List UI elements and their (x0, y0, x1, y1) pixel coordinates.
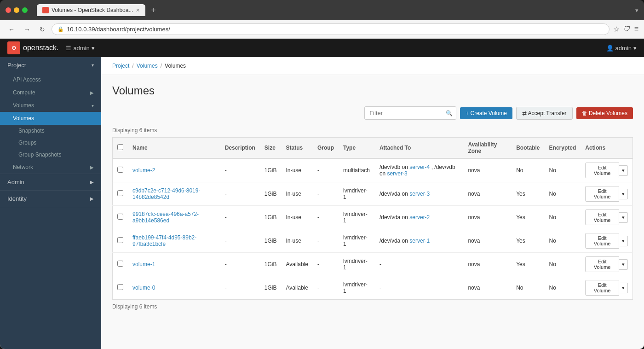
row-type: lvmdriver-1 (339, 253, 375, 276)
row-select-checkbox[interactable] (117, 261, 123, 267)
sidebar-section-identity: Identity ▶ (0, 191, 101, 207)
select-all-checkbox[interactable] (117, 144, 123, 150)
row-group: - (313, 206, 339, 229)
row-group: - (313, 158, 339, 182)
action-dropdown-button[interactable]: ▾ (619, 283, 628, 293)
accept-transfer-button[interactable]: ⇄ Accept Transfer (516, 107, 573, 120)
reload-button[interactable]: ↻ (37, 24, 48, 35)
address-bar[interactable]: 🔒 10.10.0.39/dashboard/project/volumes/ (52, 23, 610, 35)
volume-name-link[interactable]: volume-2 (132, 167, 155, 174)
displaying-count-top: Displaying 6 items (112, 127, 633, 134)
sidebar-item-groups[interactable]: Groups (0, 137, 101, 149)
volume-name-link[interactable]: 99187cfc-ceea-496a-a572-a9bb14e586ed (132, 211, 199, 224)
row-availability-zone: nova (463, 182, 512, 206)
row-select-checkbox[interactable] (117, 190, 123, 196)
sidebar-section-project-header[interactable]: Project ▾ (0, 57, 101, 73)
sidebar-item-volumes-group[interactable]: Volumes ▾ (0, 99, 101, 112)
edit-volume-button[interactable]: Edit Volume (585, 163, 619, 178)
sidebar-volumes-label: Volumes (13, 115, 34, 122)
sidebar-item-snapshots[interactable]: Snapshots (0, 125, 101, 137)
row-size: 1GiB (260, 276, 282, 300)
logo-icon: ⊙ (7, 41, 20, 54)
volume-name-link[interactable]: c9db7c2e-c712-49d6-8019-14b82de8542d (132, 187, 200, 200)
attached-server-link[interactable]: server-1 (409, 238, 430, 244)
sidebar-item-network[interactable]: Network ▶ (0, 161, 101, 174)
table-row: volume-2 - 1GiB In-use - multiattach /de… (113, 158, 633, 182)
row-group: - (313, 253, 339, 276)
attached-server-link[interactable]: server-3 (409, 191, 430, 197)
col-description: Description (220, 138, 260, 159)
row-size: 1GiB (260, 206, 282, 229)
project-icon: ☰ (66, 45, 71, 52)
identity-chevron-icon: ▶ (90, 196, 94, 201)
breadcrumb-project[interactable]: Project (112, 63, 129, 69)
app-topnav: ⊙ openstack. ☰ admin ▾ 👤 admin ▾ (0, 39, 644, 57)
row-size: 1GiB (260, 158, 282, 182)
content-main: Volumes 🔍 + Create Volume ⇄ Accept Trans… (101, 75, 644, 319)
filter-input[interactable] (364, 106, 456, 120)
row-status: In-use (281, 158, 312, 182)
user-menu[interactable]: 👤 admin ▾ (606, 45, 637, 52)
row-select-checkbox[interactable] (117, 167, 123, 173)
row-select-checkbox[interactable] (117, 284, 123, 290)
compute-chevron-icon: ▶ (90, 90, 94, 95)
action-dropdown-button[interactable]: ▾ (619, 259, 628, 270)
delete-volumes-button[interactable]: 🗑 Delete Volumes (576, 107, 633, 119)
forward-button[interactable]: → (21, 24, 33, 35)
row-name: ffaeb199-47f4-4d95-89b2-97fba3c1bcfe (128, 229, 220, 253)
bookmark-icon[interactable]: ☆ (613, 25, 620, 34)
action-dropdown-button[interactable]: ▾ (619, 236, 628, 246)
shield-icon[interactable]: 🛡 (623, 25, 631, 34)
sidebar-section-identity-header[interactable]: Identity ▶ (0, 191, 101, 207)
sidebar-section-admin: Admin ▶ (0, 174, 101, 191)
action-dropdown-button[interactable]: ▾ (619, 165, 628, 176)
edit-volume-button[interactable]: Edit Volume (585, 186, 619, 202)
edit-volume-button[interactable]: Edit Volume (585, 233, 619, 249)
attached-server-link[interactable]: server-3 (387, 170, 408, 177)
minimize-button[interactable] (14, 7, 19, 13)
row-select-checkbox[interactable] (117, 214, 123, 220)
action-dropdown-button[interactable]: ▾ (619, 212, 628, 223)
row-size: 1GiB (260, 253, 282, 276)
row-encrypted: No (545, 229, 581, 253)
volume-name-link[interactable]: ffaeb199-47f4-4d95-89b2-97fba3c1bcfe (132, 234, 196, 247)
breadcrumb-volumes-parent[interactable]: Volumes (137, 63, 158, 69)
row-actions: Edit Volume ▾ (581, 158, 632, 182)
attached-server-link[interactable]: server-4 (409, 164, 430, 170)
volume-name-link[interactable]: volume-0 (132, 285, 155, 291)
browser-titlebar: Volumes - OpenStack Dashboa... ✕ + ▾ (0, 0, 644, 20)
filter-wrap: 🔍 (364, 106, 456, 120)
menu-icon[interactable]: ≡ (634, 25, 638, 34)
project-chevron: ▾ (92, 45, 95, 52)
create-volume-button[interactable]: + Create Volume (460, 107, 512, 119)
back-button[interactable]: ← (6, 24, 17, 35)
close-button[interactable] (6, 7, 11, 13)
active-tab[interactable]: Volumes - OpenStack Dashboa... ✕ (37, 4, 145, 16)
sidebar-section-admin-header[interactable]: Admin ▶ (0, 174, 101, 190)
sidebar-item-compute[interactable]: Compute ▶ (0, 86, 101, 99)
sidebar-item-volumes[interactable]: Volumes (0, 112, 101, 125)
sidebar-item-api-access[interactable]: API Access (0, 73, 101, 86)
sidebar-network-label: Network (13, 164, 33, 170)
table-row: c9db7c2e-c712-49d6-8019-14b82de8542d - 1… (113, 182, 633, 206)
tab-close-icon[interactable]: ✕ (136, 7, 140, 13)
action-dropdown-button[interactable]: ▾ (619, 189, 628, 199)
volumes-chevron-icon: ▾ (92, 103, 94, 108)
attached-server-link[interactable]: server-2 (409, 214, 430, 221)
breadcrumb-current: Volumes (165, 63, 186, 69)
security-icon: 🔒 (58, 26, 64, 32)
volumes-table: Name Description Size Status Group Type … (112, 137, 633, 300)
row-select-checkbox[interactable] (117, 237, 123, 243)
edit-volume-button[interactable]: Edit Volume (585, 280, 619, 296)
volume-name-link[interactable]: volume-1 (132, 261, 155, 268)
row-actions: Edit Volume ▾ (581, 253, 632, 276)
new-tab-button[interactable]: + (147, 4, 160, 17)
row-name: 99187cfc-ceea-496a-a572-a9bb14e586ed (128, 206, 220, 229)
edit-volume-button[interactable]: Edit Volume (585, 256, 619, 272)
maximize-button[interactable] (22, 7, 28, 13)
sidebar-item-group-snapshots[interactable]: Group Snapshots (0, 149, 101, 161)
user-chevron: ▾ (633, 45, 637, 52)
project-selector[interactable]: ☰ admin ▾ (66, 45, 94, 52)
edit-volume-button[interactable]: Edit Volume (585, 209, 619, 225)
row-name: volume-2 (128, 158, 220, 182)
